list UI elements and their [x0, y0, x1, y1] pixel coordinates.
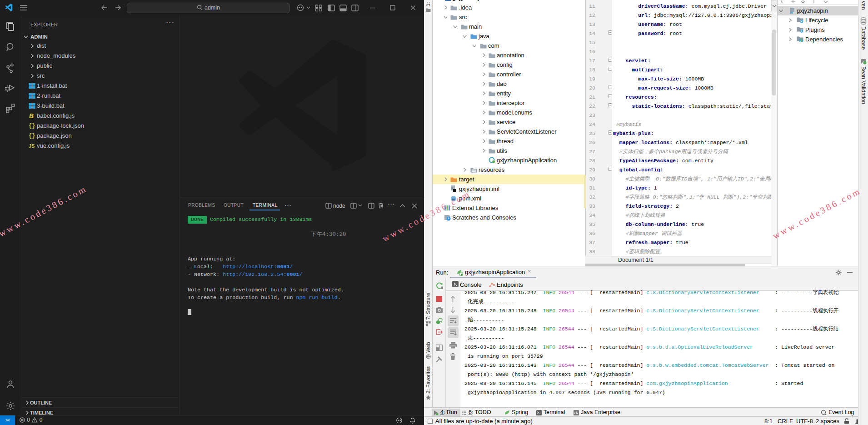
svg-text:m: m: [790, 10, 793, 14]
